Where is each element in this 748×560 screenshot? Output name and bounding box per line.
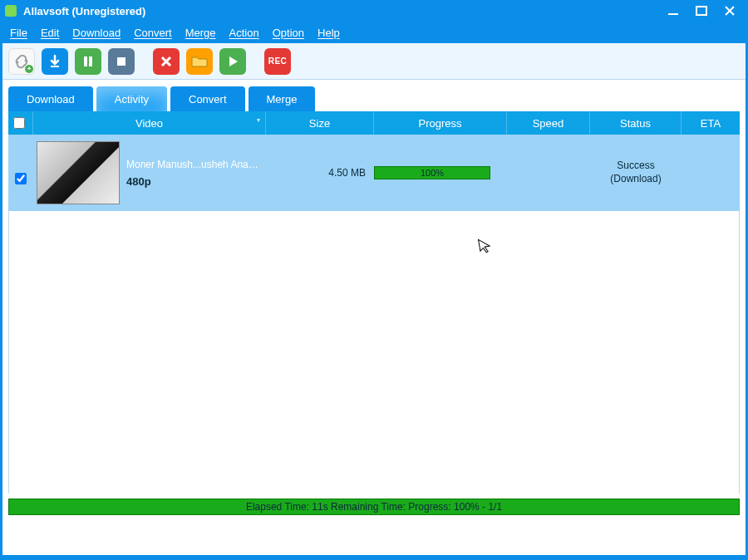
- app-logo-icon: [5, 5, 17, 17]
- header-speed[interactable]: Speed: [507, 111, 590, 135]
- status-line2: (Download): [590, 173, 682, 186]
- header-status[interactable]: Status: [590, 111, 682, 135]
- empty-list-area: [8, 211, 740, 494]
- video-meta: Moner Manush...usheh AnadiL 480p: [126, 159, 259, 188]
- svg-rect-0: [668, 13, 678, 15]
- status-line1: Success: [590, 160, 682, 173]
- svg-rect-1: [696, 7, 706, 15]
- add-link-button[interactable]: +: [8, 48, 35, 75]
- tab-merge[interactable]: Merge: [249, 86, 316, 111]
- row-checkbox[interactable]: [15, 173, 27, 184]
- table-row[interactable]: Moner Manush...usheh AnadiL 480p 4.50 MB…: [8, 135, 740, 211]
- svg-rect-7: [117, 57, 125, 66]
- play-button[interactable]: [219, 48, 246, 75]
- header-video-label: Video: [135, 117, 163, 130]
- tab-row: Download Activity Convert Merge: [0, 80, 748, 111]
- header-video[interactable]: Video▾: [33, 111, 266, 135]
- svg-rect-5: [84, 56, 87, 66]
- menu-option[interactable]: Option: [273, 27, 304, 39]
- stop-button[interactable]: [108, 48, 135, 75]
- header-size[interactable]: Size: [266, 111, 374, 135]
- window-controls: [665, 2, 743, 19]
- close-button[interactable]: [721, 2, 738, 19]
- delete-button[interactable]: [153, 48, 180, 75]
- menu-convert[interactable]: Convert: [134, 27, 172, 39]
- header-eta[interactable]: ETA: [682, 111, 740, 135]
- progress-bar: 100%: [374, 166, 490, 179]
- tab-download[interactable]: Download: [8, 86, 93, 111]
- row-video-cell: Moner Manush...usheh AnadiL 480p: [33, 135, 266, 211]
- window-title: Allavsoft (Unregistered): [23, 5, 665, 17]
- minimize-button[interactable]: [665, 2, 682, 19]
- header-checkbox-cell: [8, 111, 33, 135]
- sort-indicator-icon: ▾: [257, 116, 260, 124]
- menu-action[interactable]: Action: [229, 27, 259, 39]
- menu-merge[interactable]: Merge: [185, 27, 216, 39]
- row-status: Success (Download): [590, 160, 682, 185]
- row-checkbox-cell: [8, 161, 33, 184]
- menu-edit[interactable]: Edit: [41, 27, 59, 39]
- svg-rect-4: [51, 66, 59, 67]
- header-progress[interactable]: Progress: [374, 111, 507, 135]
- plus-badge-icon: +: [25, 65, 33, 73]
- statusbar: Elapsed Time: 11s Remaining Time: Progre…: [8, 499, 740, 515]
- maximize-button[interactable]: [693, 2, 710, 19]
- row-size: 4.50 MB: [266, 167, 374, 179]
- open-folder-button[interactable]: [186, 48, 213, 75]
- row-progress-cell: 100%: [374, 166, 507, 179]
- tab-convert[interactable]: Convert: [170, 86, 245, 111]
- video-thumbnail: [37, 141, 120, 204]
- table-header: Video▾ Size Progress Speed Status ETA: [8, 111, 740, 135]
- menu-download[interactable]: Download: [72, 27, 121, 39]
- menu-help[interactable]: Help: [317, 27, 340, 39]
- window-bottom-border: [0, 555, 748, 560]
- video-quality: 480p: [126, 175, 259, 188]
- menu-file[interactable]: File: [10, 27, 27, 39]
- start-download-button[interactable]: [42, 48, 68, 75]
- menubar: File Edit Download Convert Merge Action …: [0, 22, 748, 43]
- pause-button[interactable]: [75, 48, 101, 75]
- titlebar: Allavsoft (Unregistered): [0, 0, 748, 22]
- toolbar: + REC: [0, 43, 748, 80]
- svg-rect-6: [89, 56, 92, 66]
- video-name: Moner Manush...usheh AnadiL: [126, 159, 259, 170]
- record-button[interactable]: REC: [264, 48, 291, 75]
- select-all-checkbox[interactable]: [13, 117, 25, 129]
- svg-marker-10: [229, 56, 238, 66]
- tab-activity[interactable]: Activity: [96, 86, 167, 111]
